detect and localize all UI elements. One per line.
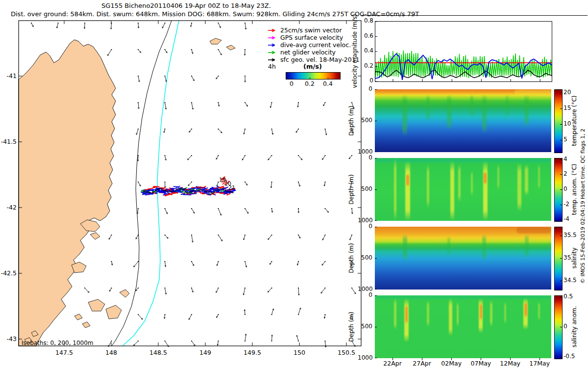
heatmap-streak — [394, 158, 396, 221]
depth-tickmark — [375, 89, 377, 90]
date-xtick: 17May — [525, 360, 554, 367]
heatmap-streak — [402, 94, 407, 136]
heatmap-streak — [497, 164, 499, 189]
date-xtick: 12May — [495, 360, 525, 367]
colorbar-tick: 35.5 — [564, 232, 583, 238]
map-lat-tick: -42.5 — [1, 269, 17, 277]
land-tasmania — [19, 40, 116, 346]
heatmap-temp-anomaly — [375, 158, 551, 221]
date-xtick: 27Apr — [407, 360, 437, 367]
colorbar-tickmark — [560, 297, 562, 297]
date-tickmark — [539, 358, 540, 360]
depth-tickmark — [375, 158, 377, 158]
heatmap-streak — [375, 158, 551, 163]
heatmap-salinity-anomaly — [375, 295, 551, 358]
depth-ytick: 0 — [358, 154, 372, 161]
colorbar-label: salinity anom. — [571, 306, 578, 348]
island — [82, 322, 90, 328]
track-day-label: 21 — [228, 184, 235, 191]
legend-arrow-icon — [267, 57, 278, 62]
depth-tickmark — [375, 189, 377, 190]
map-lat-tick: -43 — [7, 335, 17, 342]
heatmap-streak — [405, 161, 410, 221]
island — [74, 314, 82, 320]
heatmap-streak — [403, 234, 407, 261]
legend-colorbar-tickmark — [310, 78, 310, 79]
colorbar-tickmark — [560, 174, 562, 175]
isobath-1000m — [122, 21, 179, 346]
heatmap-streak — [405, 305, 408, 323]
depth-tickmark — [375, 358, 377, 358]
colorbar-label: salinity — [571, 247, 578, 268]
heatmap-streak — [480, 303, 482, 320]
colorbar-salinity-anomaly — [554, 295, 563, 359]
heatmap-streak — [470, 94, 473, 117]
depth-ylabel: Depth (m) — [348, 105, 355, 135]
colorbar-tickmark — [560, 108, 562, 109]
island — [88, 299, 105, 311]
velocity-ytick: 0.4 — [359, 47, 373, 54]
heatmap-streak — [457, 302, 459, 327]
isobath-note: Isobaths: 0, 200, 1000m — [22, 340, 94, 346]
depth-ytick: 500 — [358, 117, 372, 124]
heatmap-streak — [447, 94, 451, 130]
heatmap-streak — [427, 300, 429, 327]
map-lat-tick: -42 — [7, 204, 17, 211]
depth-tickmark — [375, 220, 377, 221]
date-tickmark — [510, 358, 511, 360]
depth-ytick: 500 — [358, 323, 372, 330]
colorbar-tickmark — [560, 357, 562, 357]
map-lon-tick: 150.5 — [338, 349, 355, 356]
heatmap-streak — [406, 174, 409, 186]
depth-ytick: 1000 — [358, 354, 372, 361]
heatmap-streak — [447, 236, 450, 255]
depth-tickmark — [375, 327, 377, 327]
date-xtick: 07May — [466, 360, 495, 367]
heatmap-salinity — [375, 227, 551, 289]
date-tickmark — [481, 358, 481, 360]
colorbar-tickmark — [560, 205, 562, 205]
heatmap-streak — [504, 302, 506, 324]
legend-colorbar — [286, 72, 341, 79]
legend-entry-label: sfc geo. vel. 18-May-2011 — [280, 56, 360, 63]
legend-duration-label: 4h — [268, 63, 276, 70]
heatmap-streak — [482, 94, 487, 133]
legend-entry-label: net glider velocity — [280, 49, 336, 56]
legend-arrow-icon — [267, 50, 278, 55]
heatmap-streak — [471, 171, 473, 196]
map-lon-tick: 150 — [294, 349, 305, 356]
depth-ytick: 500 — [358, 185, 372, 192]
top-rule-line — [361, 15, 588, 16]
depth-ylabel: Depth (m) — [348, 312, 355, 342]
colorbar-tickmark — [560, 93, 562, 93]
heatmap-streak — [482, 234, 486, 261]
colorbar-tickmark — [560, 124, 562, 125]
heatmap-streak — [538, 302, 540, 320]
heatmap-streak — [524, 94, 529, 127]
map-lon-tick: 148 — [105, 349, 117, 356]
colorbar-tickmark — [560, 281, 562, 281]
velocity-ytick: 0.8 — [359, 17, 373, 24]
island — [210, 38, 221, 44]
legend-entry-label: dive-avg current veloc. — [280, 41, 351, 49]
colorbar-label: temperature (°C) — [571, 96, 578, 146]
velocity-ylabel: velocity magnitude (m/s) — [351, 14, 358, 88]
date-tickmark — [451, 358, 452, 360]
date-tickmark — [392, 358, 393, 360]
map-lon-tick: 148.5 — [149, 349, 167, 356]
figure-root: SG155 Bicheno20110406 19-Apr 00Z to 18-M… — [0, 0, 588, 368]
colorbar-tickmark — [560, 258, 562, 259]
colorbar-temp-anomaly — [554, 158, 563, 222]
velocity-ytick: 0 — [359, 77, 373, 84]
legend-entry-label: 25cm/s swim vector — [280, 26, 342, 34]
colorbar-tickmark — [560, 327, 562, 327]
heatmap-streak — [394, 298, 396, 330]
heatmap-streak — [458, 164, 461, 202]
heatmap-streak — [483, 161, 488, 221]
map-lat-tick: -41 — [7, 72, 17, 79]
colorbar-tick: 4 — [564, 156, 583, 162]
colorbar-tick: 34.5 — [564, 277, 583, 284]
heatmap-streak — [426, 94, 430, 121]
heatmap-temperature — [375, 89, 551, 152]
colorbar-tickmark — [560, 219, 562, 220]
